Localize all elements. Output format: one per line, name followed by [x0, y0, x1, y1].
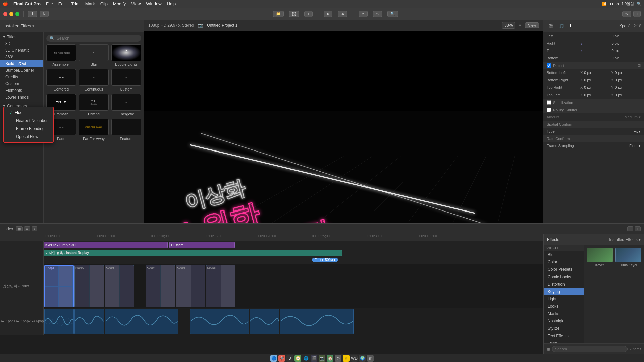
effects-search-input[interactable] — [552, 346, 628, 352]
audio-view-btn[interactable]: ♪ — [32, 226, 37, 231]
filmstrip-kpop1-selected[interactable]: Kpop1 — [44, 265, 74, 307]
eff-thumb-keyer[interactable]: Keyer — [587, 248, 613, 267]
thumb-drifting[interactable]: Title Subtitle Drifting — [79, 94, 109, 116]
photos-btn[interactable]: 🖼 — [289, 11, 299, 17]
sidebar-item-360[interactable]: 360° — [0, 54, 43, 60]
eff-color-presets[interactable]: Color Presets — [544, 266, 584, 273]
audio1-ctrl2[interactable]: ⏮ — [16, 319, 20, 323]
audio-clip-kpop2[interactable] — [74, 309, 104, 334]
sidebar-item-buildinout[interactable]: Build In/Out — [0, 60, 43, 67]
eff-keying[interactable]: Keying — [544, 288, 584, 295]
eff-distortion[interactable]: Distortion — [544, 281, 584, 288]
filmstrip-kpop2[interactable]: Kpop2 — [74, 265, 104, 307]
menu-view[interactable]: View — [131, 1, 141, 6]
thumb-boogie-lights[interactable]: ✦ Boogie Lights — [111, 44, 141, 66]
dock-trash[interactable]: 🗑 — [367, 355, 374, 362]
thumb-centered[interactable]: Title Centered — [46, 69, 76, 91]
speed-badge[interactable]: Fast (150%) ▾ — [312, 258, 338, 262]
apple-menu[interactable]: 🍎 — [3, 1, 8, 6]
zoom-timeline-out[interactable]: − — [627, 226, 633, 231]
sidebar-item-3d-cinematic[interactable]: 3D Cinematic — [0, 47, 43, 54]
menu-edit[interactable]: Edit — [58, 1, 66, 6]
clip-custom[interactable]: Custom — [169, 242, 235, 248]
menu-trim[interactable]: Trim — [71, 1, 80, 6]
stabilization-checkbox[interactable] — [547, 100, 551, 105]
eff-tiling[interactable]: Tiling — [544, 340, 584, 343]
dock-8ball[interactable]: 8 — [286, 355, 293, 362]
search-input[interactable] — [57, 36, 138, 41]
filmstrip-kpop6[interactable]: Kpop6 — [206, 265, 235, 307]
traffic-light-yellow[interactable] — [9, 12, 13, 16]
menu-mark[interactable]: Mark — [85, 1, 95, 6]
eff-comic-looks[interactable]: Comic Looks — [544, 273, 584, 281]
distort-expand[interactable]: ⊡ — [638, 63, 641, 68]
insp-tab-video[interactable]: 🎬 — [546, 22, 556, 30]
eff-thumb-luma-keyer[interactable]: Luma Keyer — [615, 248, 642, 267]
index-label[interactable]: Index — [3, 227, 13, 231]
audio1-ctrl3[interactable]: ⏮ — [32, 319, 35, 323]
eff-blur[interactable]: Blur — [544, 251, 584, 258]
thumb-blur[interactable]: ~ Blur — [79, 44, 109, 66]
type-value[interactable]: Fit ▾ — [634, 129, 641, 134]
view-btn[interactable]: View — [525, 22, 539, 28]
menu-modify[interactable]: Modify — [113, 1, 126, 6]
sidebar-item-bumper[interactable]: Bumper/Opener — [0, 67, 43, 74]
eff-masks[interactable]: Masks — [544, 310, 584, 317]
sidebar-item-elements[interactable]: Elements — [0, 87, 43, 94]
menu-window[interactable]: Window — [146, 1, 161, 6]
audio-clip-kpop3[interactable] — [105, 309, 178, 334]
dock-settings[interactable]: ⚙ — [335, 355, 341, 362]
sidebar-item-custom[interactable]: Custom — [0, 80, 43, 87]
audio-clip-kpop6[interactable] — [280, 309, 354, 334]
clip-view-btn[interactable]: ▦ — [16, 226, 23, 231]
filmstrip-kpop5[interactable]: Kpop5 — [176, 265, 205, 307]
select-btn[interactable]: ↖ — [373, 11, 382, 17]
frame-sampling-value[interactable]: Floor ▾ — [629, 144, 641, 148]
menu-file[interactable]: File — [46, 1, 53, 6]
thumb-custom[interactable]: ~ Custom — [111, 69, 141, 91]
blade-btn[interactable]: ✂ — [359, 11, 368, 17]
eff-color[interactable]: Color — [544, 258, 584, 266]
dock-photos[interactable]: 📷 — [319, 355, 325, 362]
zoom-level[interactable]: 38% — [502, 22, 515, 29]
zoom-btn[interactable]: 🔍 — [387, 11, 398, 17]
search-icon-menubar[interactable]: 🔍 — [637, 2, 641, 6]
play-btn[interactable]: ▶ — [324, 11, 332, 17]
dock-browser[interactable]: 🌍 — [359, 355, 366, 362]
inspector-btn[interactable]: ℹ — [633, 11, 641, 17]
thumb-energetic[interactable]: ~ Energetic — [111, 94, 141, 116]
insp-tab-audio[interactable]: 🎵 — [556, 22, 567, 30]
thumb-continuous[interactable]: ~ Continuous — [79, 69, 109, 91]
installed-effects-btn[interactable]: Installed Effects ▾ — [609, 237, 641, 242]
filmstrip-kpop4[interactable]: Kpop4 — [146, 265, 175, 307]
titles-btn[interactable]: T — [304, 11, 313, 17]
audio-clip-kpop5[interactable] — [250, 309, 279, 334]
list-view-btn[interactable]: ≡ — [24, 226, 30, 231]
audio-clip-kpop1[interactable] — [44, 309, 74, 334]
clip-kpop-tumble[interactable]: K-POP - Tumble 3D — [44, 242, 168, 248]
traffic-light-green[interactable] — [15, 12, 19, 16]
insp-tab-info[interactable]: ℹ — [567, 22, 574, 30]
rewind-btn[interactable]: ⏮ — [338, 11, 347, 17]
eff-nostalgia[interactable]: Nostalgia — [544, 317, 584, 325]
eff-text-effects[interactable]: Text Effects — [544, 332, 584, 340]
clip-instant-replay[interactable]: 미사인 뉴욕 - Instant Replay — [44, 250, 342, 256]
menu-clip[interactable]: Clip — [100, 1, 108, 6]
audio-clip-kpop4[interactable] — [190, 309, 249, 334]
dock-home[interactable]: 🏠 — [327, 355, 333, 362]
dock-finder[interactable]: 🔵 — [270, 355, 277, 362]
audio1-ctrl[interactable]: ⏮ — [1, 319, 5, 323]
download-btn[interactable]: ⬇ — [28, 11, 37, 17]
titles-category[interactable]: ▼ Titles — [0, 34, 43, 40]
thumb-assembler[interactable]: Title Assembler Assembler — [46, 44, 76, 66]
refresh-btn[interactable]: ↻ — [40, 11, 49, 17]
effects-panel-btn[interactable]: fx — [622, 11, 631, 17]
dock-safari[interactable]: 🧭 — [294, 355, 301, 362]
distort-checkbox[interactable] — [547, 63, 551, 68]
zoom-timeline-in[interactable]: + — [635, 226, 641, 231]
filmstrip-kpop3[interactable]: Kpop3 — [105, 265, 134, 307]
rolling-shutter-checkbox[interactable] — [547, 108, 551, 112]
dock-launchpad[interactable]: 🚀 — [278, 355, 285, 362]
menu-help[interactable]: Help — [167, 1, 176, 6]
dock-kakao[interactable]: K — [343, 355, 350, 362]
